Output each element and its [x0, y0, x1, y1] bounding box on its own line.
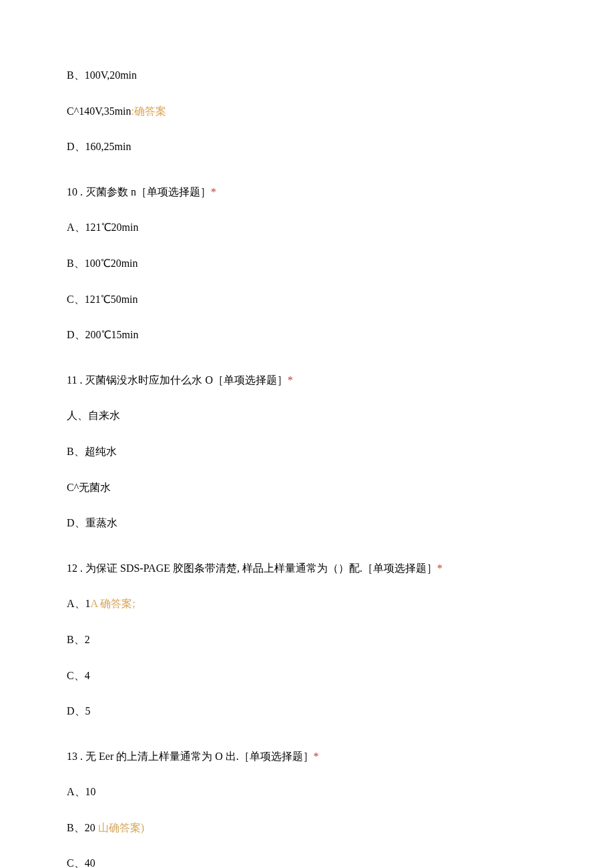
option-text: C、40 [67, 855, 547, 868]
option-text: D、5 [67, 703, 547, 720]
option-text: A、121℃20min [67, 219, 547, 236]
option-text: 人、自来水 [67, 407, 547, 424]
option-text: B、超纯水 [67, 443, 547, 460]
text: B、20 [67, 822, 98, 833]
answer-highlight: A 确答案; [91, 598, 135, 609]
asterisk-icon: * [314, 751, 319, 762]
option-text: C、121℃50min [67, 291, 547, 308]
text: D、160,25min [67, 141, 131, 152]
option-text: C^140V,35min:确答案 [67, 103, 547, 120]
text: C^140V,35min [67, 105, 131, 117]
text: C、121℃50min [67, 294, 138, 305]
option-text: B、100℃20min [67, 255, 547, 272]
answer-highlight: 山确答案) [98, 822, 144, 833]
asterisk-icon: * [288, 374, 293, 386]
text: C、40 [67, 857, 95, 868]
option-text: A、1A 确答案; [67, 595, 547, 612]
option-text: D、重蒸水 [67, 514, 547, 532]
text: C、4 [67, 670, 90, 681]
text: A、121℃20min [67, 222, 138, 233]
option-text: C^无菌水 [67, 479, 547, 496]
question-10: 10 . 灭菌参数 n［单项选择题］* [67, 183, 547, 201]
asterisk-icon: * [211, 186, 216, 197]
text: 11 . 灭菌锅没水时应加什么水 O［单项选择题］ [67, 374, 288, 386]
option-text: D、200℃15min [67, 326, 547, 344]
text: 人、自来水 [67, 410, 120, 421]
option-text: B、20 山确答案) [67, 819, 547, 837]
text: A、10 [67, 786, 96, 797]
option-text: B、2 [67, 631, 547, 648]
text: B、100V,20min [67, 69, 137, 81]
option-text: A、10 [67, 783, 547, 801]
question-12: 12 . 为保证 SDS-PAGE 胶图条带清楚, 样品上样量通常为（）配.［单… [67, 560, 547, 577]
option-text: D、160,25min [67, 138, 547, 155]
text: D、200℃15min [67, 329, 138, 340]
text: A、1 [67, 598, 91, 609]
text: B、超纯水 [67, 446, 117, 457]
answer-highlight: :确答案 [131, 105, 166, 117]
text: 13 . 无 Eer 的上清上样量通常为 O 出.［单项选择题］ [67, 751, 314, 762]
text: B、100℃20min [67, 258, 138, 269]
text: 12 . 为保证 SDS-PAGE 胶图条带清楚, 样品上样量通常为（）配.［单… [67, 562, 437, 574]
option-text: B、100V,20min [67, 67, 547, 84]
text: D、5 [67, 705, 91, 717]
question-13: 13 . 无 Eer 的上清上样量通常为 O 出.［单项选择题］* [67, 748, 547, 765]
text: D、重蒸水 [67, 517, 117, 528]
option-text: C、4 [67, 667, 547, 685]
text: B、2 [67, 634, 90, 645]
question-11: 11 . 灭菌锅没水时应加什么水 O［单项选择题］* [67, 372, 547, 389]
text: 10 . 灭菌参数 n［单项选择题］ [67, 186, 211, 197]
text: C^无菌水 [67, 482, 111, 493]
asterisk-icon: * [437, 562, 442, 574]
